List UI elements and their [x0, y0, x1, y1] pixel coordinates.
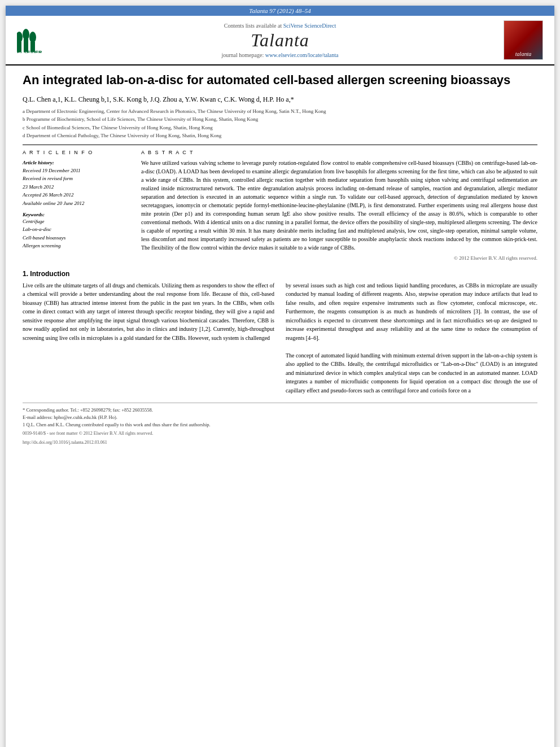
- info-abstract-cols: A R T I C L E I N F O Article history: R…: [23, 150, 537, 261]
- history-label: Article history:: [23, 159, 130, 167]
- revised-label: Received in revised form: [23, 174, 130, 182]
- keyword-1: Centrifuge: [23, 217, 130, 225]
- svg-point-1: [17, 32, 23, 43]
- abstract-header: A B S T R A C T: [141, 150, 537, 155]
- authors-text: Q.L. Chen a,1, K.L. Cheung b,1, S.K. Kon…: [23, 95, 294, 103]
- accepted-date: Accepted 26 March 2012: [23, 191, 130, 199]
- sciverse-link[interactable]: SciVerse ScienceDirect: [283, 23, 336, 29]
- svg-point-3: [23, 29, 29, 40]
- footnote-corresponding: * Corresponding author. Tel.: +852 26098…: [23, 407, 537, 414]
- body-content: 1. Introduction Live cells are the ultim…: [23, 270, 537, 395]
- intro-right-col: by several issues such as high cost and …: [286, 281, 537, 395]
- issn-line: 0039-9140/$ - see front matter © 2012 El…: [23, 430, 537, 437]
- intro-two-col: Live cells are the ultimate targets of a…: [23, 281, 537, 395]
- abstract-col: A B S T R A C T We have utilized various…: [141, 150, 537, 261]
- keywords-title: Keywords:: [23, 212, 130, 217]
- keywords-block: Keywords: Centrifuge Lab-on-a-disc Cell-…: [23, 212, 130, 250]
- journal-title: Talanta: [68, 30, 492, 51]
- affiliation-a: a Department of Electronic Engineering, …: [23, 108, 537, 116]
- keyword-2: Lab-on-a-disc: [23, 225, 130, 233]
- article-info-col: A R T I C L E I N F O Article history: R…: [23, 150, 130, 261]
- talanta-logo-text: talanta: [515, 51, 531, 57]
- footnote-email: E-mail address: hpho@ee.cuhk.edu.hk (H.P…: [23, 414, 537, 421]
- abstract-text: We have utilized various valving scheme …: [141, 159, 537, 252]
- keywords-list: Centrifuge Lab-on-a-disc Cell-based bioa…: [23, 217, 130, 250]
- sciverse-line: Contents lists available at SciVerse Sci…: [68, 23, 492, 29]
- affiliation-c: c School of Biomedical Sciences, The Chi…: [23, 124, 537, 132]
- svg-text:ELSEVIER: ELSEVIER: [17, 50, 42, 53]
- elsevier-logo: ELSEVIER: [17, 25, 62, 55]
- article-info-block: Article history: Received 19 December 20…: [23, 159, 130, 207]
- intro-left-col: Live cells are the ultimate targets of a…: [23, 281, 274, 395]
- footnote-area: * Corresponding author. Tel.: +852 26098…: [23, 403, 537, 446]
- affiliations: a Department of Electronic Engineering, …: [23, 108, 537, 140]
- article-info-header: A R T I C L E I N F O: [23, 150, 130, 155]
- journal-header: ELSEVIER Contents lists available at Sci…: [6, 16, 554, 65]
- keyword-3: Cell-based bioassays: [23, 234, 130, 242]
- article-title: An integrated lab-on-a-disc for automate…: [23, 72, 537, 89]
- journal-volume-text: Talanta 97 (2012) 48–54: [249, 7, 310, 14]
- main-content: An integrated lab-on-a-disc for automate…: [6, 65, 554, 457]
- journal-center: Contents lists available at SciVerse Sci…: [68, 23, 492, 58]
- svg-point-5: [29, 32, 36, 43]
- journal-homepage: journal homepage: www.elsevier.com/locat…: [68, 52, 492, 58]
- divider: [23, 145, 537, 145]
- sciverse-label: Contents lists available at: [224, 23, 283, 29]
- doi-line[interactable]: http://dx.doi.org/10.1016/j.talanta.2012…: [23, 439, 537, 446]
- affiliation-b: b Programme of Biochemistry, School of L…: [23, 116, 537, 124]
- section1-title: 1. Introduction: [23, 270, 537, 278]
- affiliation-d: d Department of Chemical Pathology, The …: [23, 132, 537, 140]
- keyword-4: Allergen screening: [23, 242, 130, 250]
- copyright-line: © 2012 Elsevier B.V. All rights reserved…: [141, 255, 537, 261]
- homepage-link[interactable]: www.elsevier.com/locate/talanta: [265, 52, 339, 58]
- talanta-logo: talanta: [504, 20, 543, 60]
- intro-right-text: by several issues such as high cost and …: [286, 281, 537, 395]
- authors-line: Q.L. Chen a,1, K.L. Cheung b,1, S.K. Kon…: [23, 94, 537, 104]
- homepage-label: journal homepage:: [221, 52, 265, 58]
- available-date: Available online 20 June 2012: [23, 199, 130, 207]
- page: Talanta 97 (2012) 48–54 ELSEVIER Content…: [6, 6, 554, 747]
- footnote-equal: 1 Q.L. Chen and K.L. Cheung contributed …: [23, 421, 537, 429]
- top-bar: Talanta 97 (2012) 48–54: [6, 6, 554, 16]
- intro-left-text: Live cells are the ultimate targets of a…: [23, 281, 274, 343]
- revised-date: 23 March 2012: [23, 183, 130, 191]
- received-date: Received 19 December 2011: [23, 167, 130, 174]
- talanta-logo-box: talanta: [498, 20, 543, 60]
